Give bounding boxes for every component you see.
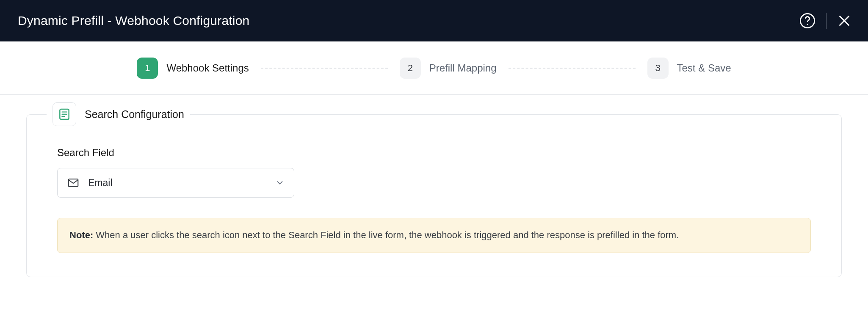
- svg-point-1: [807, 24, 808, 25]
- help-button[interactable]: [799, 12, 816, 29]
- note-prefix: Note:: [69, 230, 93, 240]
- step-number: 2: [400, 58, 421, 79]
- note-callout: Note: When a user clicks the search icon…: [57, 218, 811, 253]
- panel-legend-title: Search Configuration: [85, 108, 184, 121]
- close-icon: [837, 13, 852, 28]
- form-icon: [58, 107, 71, 121]
- step-test-save[interactable]: 3 Test & Save: [647, 58, 731, 79]
- step-label: Test & Save: [677, 62, 731, 74]
- close-button[interactable]: [837, 13, 852, 28]
- header-separator: [826, 13, 827, 29]
- step-prefill-mapping[interactable]: 2 Prefill Mapping: [400, 58, 497, 79]
- panel-legend: Search Configuration: [47, 102, 190, 126]
- search-configuration-panel: Search Field Email Note: When a user cli…: [26, 114, 842, 277]
- step-webhook-settings[interactable]: 1 Webhook Settings: [137, 58, 249, 79]
- search-configuration-panel-wrap: Search Configuration Search Field Email …: [26, 114, 842, 277]
- step-label: Webhook Settings: [166, 62, 249, 74]
- help-circle-icon: [799, 12, 816, 29]
- step-connector: [509, 68, 636, 69]
- search-field-select[interactable]: Email: [57, 168, 294, 198]
- step-number: 1: [137, 58, 158, 79]
- step-number: 3: [647, 58, 669, 79]
- modal-header: Dynamic Prefill - Webhook Configuration: [0, 0, 868, 41]
- modal-title: Dynamic Prefill - Webhook Configuration: [18, 14, 249, 28]
- search-field-select-value: Email: [88, 177, 267, 189]
- main-content: Search Configuration Search Field Email …: [0, 95, 868, 277]
- mail-icon: [67, 176, 80, 189]
- step-label: Prefill Mapping: [429, 62, 497, 74]
- chevron-down-icon: [275, 178, 285, 187]
- wizard-stepper: 1 Webhook Settings 2 Prefill Mapping 3 T…: [0, 41, 868, 95]
- step-connector: [261, 68, 388, 69]
- note-text: When a user clicks the search icon next …: [93, 230, 679, 240]
- panel-legend-iconbox: [53, 102, 76, 126]
- search-field-label: Search Field: [57, 147, 811, 159]
- header-actions: [799, 12, 852, 29]
